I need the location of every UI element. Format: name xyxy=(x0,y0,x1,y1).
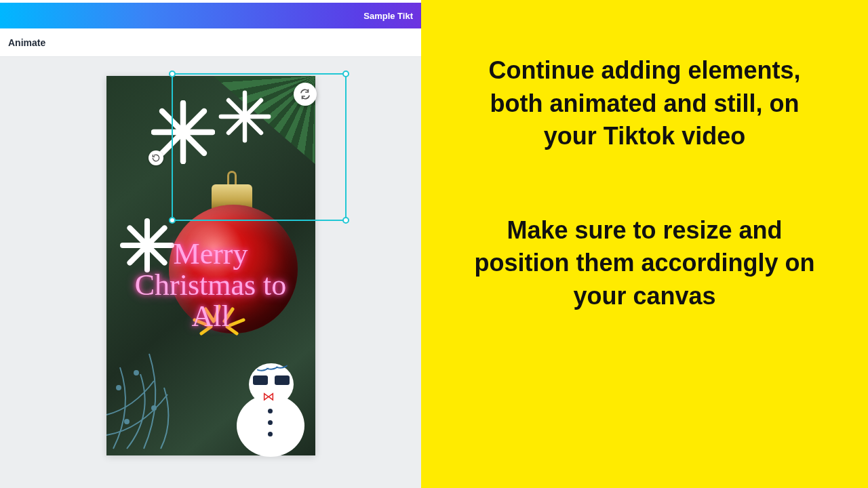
replace-icon xyxy=(299,88,311,100)
text-line: All xyxy=(191,300,229,333)
instruction-text-2: Make sure to resize and position them ac… xyxy=(462,214,827,313)
tutorial-slide: Sample Tikt Animate xyxy=(0,0,868,488)
instruction-panel: Continue adding elements, both animated … xyxy=(421,0,868,488)
resize-handle-tl[interactable] xyxy=(169,70,176,77)
replace-element-button[interactable] xyxy=(294,83,317,106)
resize-handle-br[interactable] xyxy=(342,217,349,224)
context-toolbar: Animate xyxy=(0,28,421,57)
bowtie-icon: ⋈ xyxy=(262,389,275,404)
svg-point-15 xyxy=(152,406,156,410)
svg-point-14 xyxy=(134,371,138,375)
app-header: Sample Tikt xyxy=(0,0,421,28)
rotate-handle[interactable] xyxy=(149,150,163,165)
text-line: Christmas to xyxy=(135,268,287,302)
rotate-icon xyxy=(151,153,161,163)
snowman-sticker[interactable]: ‿‿‿ ⋈ xyxy=(230,342,311,457)
snowman-buttons xyxy=(268,409,273,436)
canvas-workspace[interactable]: Merry Christmas to All xyxy=(0,57,421,488)
svg-point-13 xyxy=(117,386,121,390)
resize-handle-bl[interactable] xyxy=(169,217,176,224)
resize-handle-tr[interactable] xyxy=(342,70,349,77)
sunglasses-icon xyxy=(253,375,290,386)
video-canvas[interactable]: Merry Christmas to All xyxy=(106,76,315,455)
document-title: Sample Tikt xyxy=(363,11,413,21)
svg-point-16 xyxy=(125,420,129,424)
text-line: Merry xyxy=(174,237,248,270)
editor-panel: Sample Tikt Animate xyxy=(0,0,421,488)
instruction-text-1: Continue adding elements, both animated … xyxy=(462,54,827,153)
animate-button[interactable]: Animate xyxy=(4,32,50,54)
greeting-text[interactable]: Merry Christmas to All xyxy=(119,239,303,333)
selection-box[interactable] xyxy=(172,73,347,221)
